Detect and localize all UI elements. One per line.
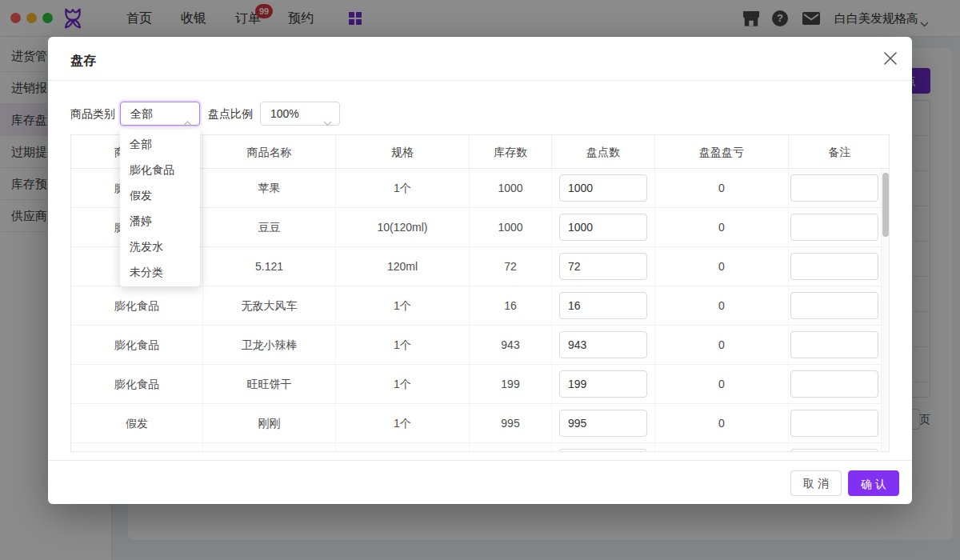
cell-name: 旺旺饼干	[203, 365, 336, 403]
ratio-select-value: 100%	[270, 107, 299, 120]
note-input[interactable]	[790, 370, 878, 398]
cell-diff: 0	[655, 326, 789, 364]
cell-spec	[336, 443, 470, 451]
cell-diff: 0	[655, 208, 789, 246]
cell-stock: 72	[470, 247, 552, 286]
header-stock: 库存数	[470, 135, 552, 168]
cell-category: 膨化食品	[71, 365, 203, 403]
chevron-down-icon	[323, 111, 332, 134]
table-row: 膨化食品 卫龙小辣棒 1个 943 0	[71, 326, 889, 365]
cell-count	[552, 208, 655, 246]
note-input[interactable]	[790, 410, 878, 437]
cell-name: 5.121	[203, 247, 336, 286]
note-input[interactable]	[790, 331, 878, 358]
scrollbar-thumb[interactable]	[882, 173, 889, 237]
cell-count	[552, 365, 655, 403]
header-divider	[48, 80, 912, 81]
close-icon[interactable]	[883, 51, 898, 69]
count-input[interactable]	[559, 449, 647, 451]
cell-diff	[655, 443, 789, 451]
cell-diff: 0	[655, 365, 789, 403]
cancel-button[interactable]: 取 消	[790, 470, 842, 496]
count-input[interactable]	[559, 174, 647, 202]
table-row: 膨化食品 旺旺饼干 1个 199 0	[71, 365, 889, 404]
stocktake-modal: 盘存 商品类别 全部 盘点比例 100% 商品类别 商品名称 规格 库存数 盘点…	[48, 37, 912, 504]
cell-note	[789, 326, 889, 364]
cell-diff: 0	[655, 247, 789, 286]
cell-category	[71, 443, 203, 451]
cell-name: 刚刚	[203, 404, 336, 442]
cell-stock: 199	[470, 365, 552, 403]
table-row: 膨化食品 无敌大风车 1个 16 0	[71, 286, 889, 326]
cell-count	[552, 326, 655, 364]
count-input[interactable]	[559, 253, 647, 280]
count-input[interactable]	[559, 214, 647, 241]
count-input[interactable]	[559, 331, 647, 358]
cell-name: 无敌大风车	[203, 286, 336, 325]
category-select[interactable]: 全部	[120, 102, 200, 126]
count-input[interactable]	[559, 292, 647, 319]
dropdown-option[interactable]: 未分类	[120, 259, 200, 285]
cell-spec: 10(120ml)	[336, 208, 470, 246]
confirm-button[interactable]: 确 认	[848, 470, 899, 496]
cell-note	[789, 286, 889, 325]
note-input[interactable]	[790, 214, 878, 241]
category-dropdown: 全部 膨化食品 假发 潘婷 洗发水 未分类	[120, 130, 200, 286]
cell-name: 苹果	[203, 169, 336, 207]
cell-stock: 1000	[470, 208, 552, 246]
dropdown-option[interactable]: 全部	[120, 131, 200, 157]
cell-category: 膨化食品	[71, 326, 203, 364]
cell-diff: 0	[655, 404, 789, 442]
count-input[interactable]	[559, 410, 647, 437]
cell-note	[789, 247, 889, 286]
dropdown-option[interactable]: 膨化食品	[120, 157, 200, 182]
cell-spec: 1个	[336, 365, 470, 403]
cell-stock: 943	[470, 326, 552, 364]
header-count: 盘点数	[552, 135, 655, 168]
cell-name: 豆豆	[203, 208, 336, 246]
cell-count	[552, 286, 655, 325]
cell-count	[552, 169, 655, 207]
cell-note	[789, 169, 889, 207]
header-name: 商品名称	[203, 135, 336, 168]
category-filter-label: 商品类别	[70, 102, 115, 126]
ratio-select[interactable]: 100%	[260, 102, 340, 126]
cell-stock: 1000	[470, 169, 552, 207]
note-input[interactable]	[790, 449, 878, 451]
note-input[interactable]	[790, 253, 878, 280]
table-row	[71, 443, 889, 451]
dropdown-option[interactable]: 洗发水	[120, 234, 200, 259]
cell-count	[552, 404, 655, 442]
dropdown-option[interactable]: 假发	[120, 182, 200, 208]
table-row: 假发 刚刚 1个 995 0	[71, 404, 889, 443]
cell-category: 膨化食品	[71, 286, 203, 325]
cell-diff: 0	[655, 286, 789, 325]
cell-note	[789, 404, 889, 442]
cell-category: 假发	[71, 404, 203, 442]
table-scrollbar	[881, 169, 889, 451]
cell-stock	[470, 443, 552, 451]
cell-spec: 1个	[336, 404, 470, 442]
cell-spec: 1个	[336, 326, 470, 364]
cell-stock: 16	[470, 286, 552, 325]
cell-count	[552, 247, 655, 286]
cell-stock: 995	[470, 404, 552, 442]
note-input[interactable]	[790, 292, 878, 319]
cell-diff: 0	[655, 169, 789, 207]
dropdown-option[interactable]: 潘婷	[120, 208, 200, 234]
cell-name	[203, 443, 336, 451]
cell-spec: 1个	[336, 286, 470, 325]
header-spec: 规格	[336, 135, 470, 168]
footer-divider	[48, 460, 912, 461]
cell-name: 卫龙小辣棒	[203, 326, 336, 364]
note-input[interactable]	[790, 174, 878, 202]
modal-title: 盘存	[70, 53, 96, 70]
cell-note	[789, 443, 889, 451]
category-select-value: 全部	[130, 107, 153, 120]
cell-note	[789, 365, 889, 403]
ratio-filter-label: 盘点比例	[208, 102, 253, 126]
cell-spec: 1个	[336, 169, 470, 207]
cell-note	[789, 208, 889, 246]
count-input[interactable]	[559, 370, 647, 398]
header-diff: 盘盈盘亏	[655, 135, 789, 168]
